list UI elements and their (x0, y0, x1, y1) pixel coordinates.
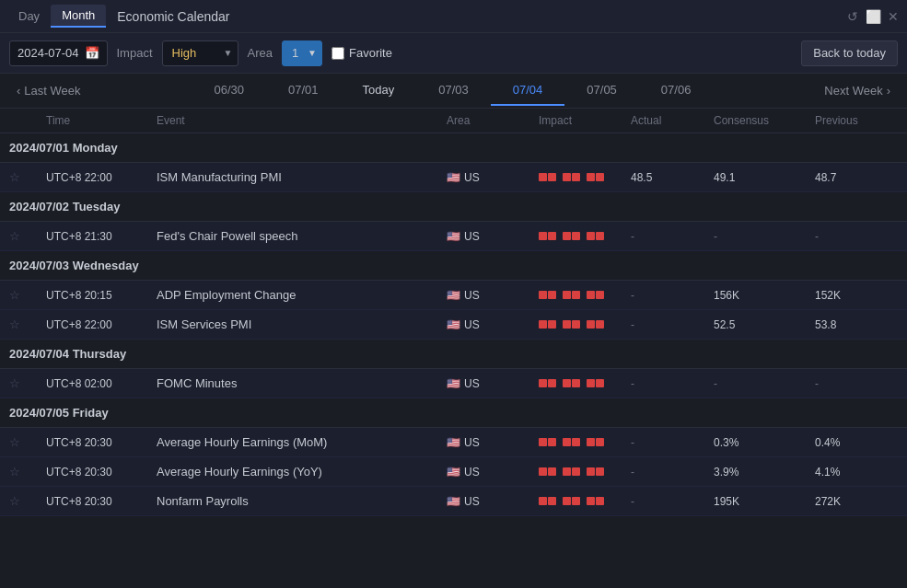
bar-1 (539, 438, 556, 446)
bar-2 (563, 467, 580, 476)
impact-bars (539, 320, 631, 329)
star-icon[interactable]: ☆ (9, 435, 46, 449)
left-arrow-icon: ‹ (17, 84, 20, 98)
bar-3 (587, 291, 604, 299)
table-row[interactable]: ☆UTC+8 02:00FOMC Minutes🇺🇸US --- (0, 369, 907, 398)
impact-bars (539, 467, 631, 476)
event-cell: Average Hourly Earnings (YoY) (157, 465, 447, 478)
app-title: Economic Calendar (117, 9, 229, 24)
actual-cell: - (631, 377, 714, 390)
table-row[interactable]: ☆UTC+8 20:30Average Hourly Earnings (YoY… (0, 457, 907, 487)
flag-icon: 🇺🇸 (447, 495, 460, 508)
nav-date-0704[interactable]: 07/04 (491, 75, 565, 106)
star-icon[interactable]: ☆ (9, 494, 46, 508)
section-header-2: 2024/07/03 Wednesday (0, 251, 907, 281)
consensus-cell: 156K (714, 289, 815, 302)
col-time: Time (46, 114, 157, 127)
area-label: US (464, 289, 480, 302)
actual-cell: - (631, 466, 714, 478)
star-icon[interactable]: ☆ (9, 170, 46, 184)
area-select[interactable]: 1 2 (282, 40, 322, 66)
col-star (9, 114, 46, 127)
flag-icon: 🇺🇸 (447, 466, 460, 478)
previous-cell: 272K (815, 495, 898, 508)
last-week-nav[interactable]: ‹ Last Week (9, 84, 88, 98)
bar-3 (587, 232, 604, 240)
maximize-icon[interactable]: ⬜ (866, 10, 879, 23)
impact-select[interactable]: High Medium Low (162, 40, 238, 66)
date-picker[interactable]: 2024-07-04 📅 (9, 40, 108, 66)
bar-2 (563, 438, 580, 446)
star-icon[interactable]: ☆ (9, 465, 46, 478)
star-icon[interactable]: ☆ (9, 376, 46, 390)
event-cell: Fed's Chair Powell speech (157, 229, 447, 243)
favorite-label: Favorite (349, 46, 392, 60)
time-cell: UTC+8 22:00 (46, 318, 157, 331)
bar-1 (539, 467, 556, 476)
tab-month[interactable]: Month (51, 5, 106, 28)
area-label: US (464, 495, 480, 508)
previous-cell: - (815, 230, 898, 243)
close-icon[interactable]: ✕ (887, 10, 900, 23)
impact-label: Impact (117, 46, 153, 60)
section-header-1: 2024/07/02 Tuesday (0, 192, 907, 222)
time-cell: UTC+8 20:30 (46, 495, 157, 508)
bar-2 (563, 497, 580, 505)
consensus-cell: - (714, 230, 815, 243)
col-consensus: Consensus (714, 114, 815, 127)
bar-1 (539, 497, 556, 505)
col-actual: Actual (631, 114, 714, 127)
back-to-today-button[interactable]: Back to today (801, 40, 898, 66)
next-week-nav[interactable]: Next Week › (817, 84, 898, 98)
tab-day[interactable]: Day (7, 5, 51, 28)
event-cell: ISM Services PMI (157, 317, 447, 331)
table-row[interactable]: ☆UTC+8 22:00ISM Services PMI🇺🇸US -52.553… (0, 310, 907, 340)
area-cell: 🇺🇸US (447, 230, 539, 243)
area-cell: 🇺🇸US (447, 171, 539, 184)
table-row[interactable]: ☆UTC+8 20:15ADP Employment Change🇺🇸US -1… (0, 281, 907, 310)
area-select-wrap: 1 2 ▼ (282, 40, 322, 66)
flag-icon: 🇺🇸 (447, 318, 460, 331)
table-row[interactable]: ☆UTC+8 20:30Nonfarm Payrolls🇺🇸US -195K27… (0, 487, 907, 516)
bar-1 (539, 291, 556, 299)
nav-date-0630[interactable]: 06/30 (192, 75, 266, 106)
favorite-checkbox-wrap[interactable]: Favorite (331, 46, 392, 60)
table-row[interactable]: ☆UTC+8 21:30Fed's Chair Powell speech🇺🇸U… (0, 222, 907, 251)
consensus-cell: 0.3% (714, 436, 815, 449)
flag-icon: 🇺🇸 (447, 230, 460, 243)
last-week-label: Last Week (24, 84, 80, 98)
nav-date-0706[interactable]: 07/06 (639, 75, 714, 106)
star-icon[interactable]: ☆ (9, 317, 46, 331)
event-cell: ISM Manufacturing PMI (157, 170, 447, 184)
nav-date-0701[interactable]: 07/01 (266, 75, 341, 106)
impact-bars (539, 379, 631, 387)
right-arrow-icon: › (887, 84, 890, 98)
tab-group: Day Month (7, 5, 106, 28)
bar-2 (563, 379, 580, 387)
area-cell: 🇺🇸US (447, 318, 539, 331)
table-header: Time Event Area Impact Actual Consensus … (0, 109, 907, 133)
time-cell: UTC+8 02:00 (46, 377, 157, 390)
star-icon[interactable]: ☆ (9, 229, 46, 243)
bar-1 (539, 320, 556, 329)
actual-cell: - (631, 289, 714, 302)
previous-cell: - (815, 377, 898, 390)
refresh-icon[interactable]: ↺ (846, 10, 859, 23)
impact-bars (539, 173, 631, 181)
event-cell: ADP Employment Change (157, 288, 447, 302)
favorite-checkbox[interactable] (331, 47, 344, 60)
nav-date-0705[interactable]: 07/05 (564, 75, 639, 106)
table-row[interactable]: ☆UTC+8 22:00ISM Manufacturing PMI🇺🇸US 48… (0, 163, 907, 192)
area-cell: 🇺🇸US (447, 466, 539, 478)
bar-3 (587, 379, 604, 387)
nav-date-today[interactable]: Today (341, 75, 417, 106)
star-icon[interactable]: ☆ (9, 288, 46, 302)
time-cell: UTC+8 21:30 (46, 230, 157, 243)
nav-date-0703[interactable]: 07/03 (416, 75, 491, 106)
previous-cell: 4.1% (815, 466, 898, 478)
table-row[interactable]: ☆UTC+8 20:30Average Hourly Earnings (MoM… (0, 428, 907, 457)
actual-cell: 48.5 (631, 171, 714, 184)
consensus-cell: - (714, 377, 815, 390)
flag-icon: 🇺🇸 (447, 171, 460, 184)
actual-cell: - (631, 230, 714, 243)
